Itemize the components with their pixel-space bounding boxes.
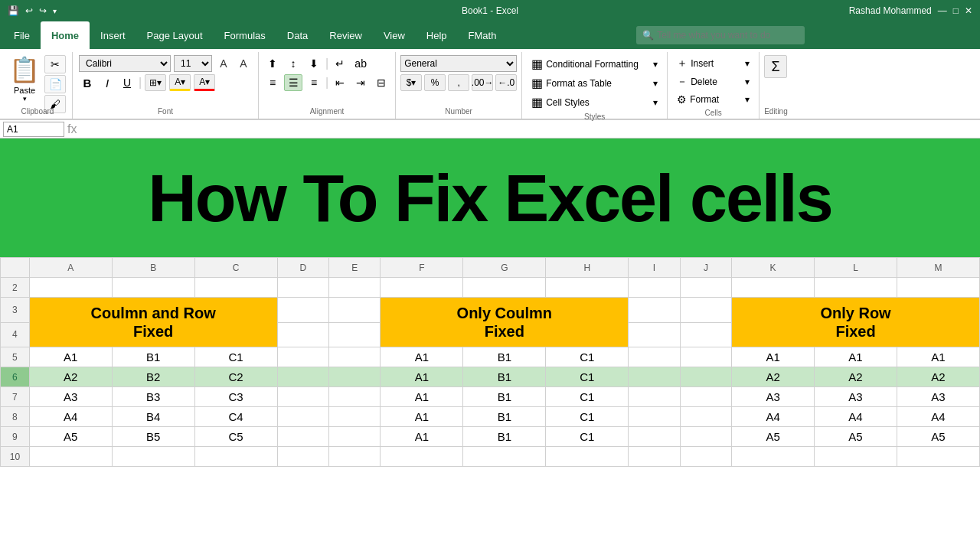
tab-insert[interactable]: Insert	[90, 21, 136, 49]
cell-a6[interactable]: A2	[29, 367, 112, 387]
underline-button[interactable]: U	[119, 74, 136, 91]
cell-m7[interactable]: A3	[897, 387, 979, 407]
tab-data[interactable]: Data	[276, 21, 318, 49]
formula-input[interactable]	[80, 122, 977, 137]
cell-j2[interactable]	[680, 278, 731, 298]
conditional-formatting-button[interactable]: ▦ Conditional Formatting ▾	[527, 55, 662, 73]
format-button[interactable]: ⚙ Format ▾	[672, 92, 754, 107]
cell-k8[interactable]: A4	[732, 407, 815, 427]
cell-h8[interactable]: C1	[546, 407, 629, 427]
col-header-i[interactable]: I	[629, 258, 680, 278]
fill-color-button[interactable]: A▾	[169, 74, 191, 91]
col-header-m[interactable]: M	[897, 258, 979, 278]
cell-j9[interactable]	[680, 427, 731, 447]
cell-i2[interactable]	[629, 278, 680, 298]
cell-l2[interactable]	[815, 278, 897, 298]
cell-j10[interactable]	[680, 447, 731, 467]
cell-e4[interactable]	[328, 322, 380, 347]
cell-e7[interactable]	[328, 387, 380, 407]
cell-i6[interactable]	[629, 367, 680, 387]
percent-button[interactable]: %	[424, 74, 446, 91]
decimal-increase-button[interactable]: .00→	[472, 74, 493, 91]
align-center-button[interactable]: ☰	[284, 74, 302, 91]
cell-j6[interactable]	[680, 367, 731, 387]
col-header-a[interactable]: A	[29, 258, 112, 278]
tab-view[interactable]: View	[373, 21, 416, 49]
tab-review[interactable]: Review	[318, 21, 373, 49]
col-header-g[interactable]: G	[463, 258, 546, 278]
cell-g5[interactable]: B1	[463, 347, 546, 367]
col-header-l[interactable]: L	[815, 258, 897, 278]
cell-styles-button[interactable]: ▦ Cell Styles ▾	[527, 93, 662, 111]
tab-formulas[interactable]: Formulas	[214, 21, 276, 49]
maximize-icon[interactable]: □	[953, 5, 959, 16]
orientation-button[interactable]: ab	[351, 55, 370, 72]
cell-a8[interactable]: A4	[29, 407, 112, 427]
col-header-f[interactable]: F	[381, 258, 463, 278]
delete-button[interactable]: － Delete ▾	[672, 73, 754, 90]
cell-l9[interactable]: A5	[815, 427, 897, 447]
col-header-e[interactable]: E	[328, 258, 380, 278]
cell-i4[interactable]	[629, 322, 680, 347]
cell-k7[interactable]: A3	[732, 387, 815, 407]
currency-button[interactable]: $▾	[400, 74, 422, 91]
cell-f6[interactable]: A1	[381, 367, 463, 387]
close-icon[interactable]: ✕	[965, 5, 972, 16]
cell-a10[interactable]	[29, 447, 112, 467]
increase-indent-button[interactable]: ⇥	[351, 74, 370, 91]
wrap-text-button[interactable]: ↵	[331, 55, 349, 72]
cell-e3[interactable]	[328, 298, 380, 323]
format-as-table-button[interactable]: ▦ Format as Table ▾	[527, 74, 662, 92]
cell-d10[interactable]	[277, 447, 328, 467]
cell-d7[interactable]	[277, 387, 328, 407]
cell-i7[interactable]	[629, 387, 680, 407]
cell-e9[interactable]	[328, 427, 380, 447]
cell-f5[interactable]: A1	[381, 347, 463, 367]
cell-l8[interactable]: A4	[815, 407, 897, 427]
cell-k9[interactable]: A5	[732, 427, 815, 447]
cell-b5[interactable]: B1	[112, 347, 194, 367]
cell-h10[interactable]	[546, 447, 629, 467]
border-button[interactable]: ⊞▾	[145, 74, 166, 91]
cell-h2[interactable]	[546, 278, 629, 298]
cell-i5[interactable]	[629, 347, 680, 367]
cell-f2[interactable]	[381, 278, 463, 298]
cell-c10[interactable]	[194, 447, 277, 467]
cell-d9[interactable]	[277, 427, 328, 447]
col-header-k[interactable]: K	[732, 258, 815, 278]
cell-k2[interactable]	[732, 278, 815, 298]
tab-help[interactable]: Help	[416, 21, 458, 49]
tab-home[interactable]: Home	[41, 21, 90, 49]
cell-c7[interactable]: C3	[194, 387, 277, 407]
cell-a7[interactable]: A3	[29, 387, 112, 407]
cell-g9[interactable]: B1	[463, 427, 546, 447]
cell-i8[interactable]	[629, 407, 680, 427]
col-header-h[interactable]: H	[546, 258, 629, 278]
col-header-c[interactable]: C	[194, 258, 277, 278]
customize-icon[interactable]: ▾	[53, 7, 57, 15]
cell-m8[interactable]: A4	[897, 407, 979, 427]
cell-j8[interactable]	[680, 407, 731, 427]
cell-e6[interactable]	[328, 367, 380, 387]
align-left-button[interactable]: ≡	[263, 74, 282, 91]
cell-e8[interactable]	[328, 407, 380, 427]
cell-a9[interactable]: A5	[29, 427, 112, 447]
cell-b8[interactable]: B4	[112, 407, 194, 427]
cell-h7[interactable]: C1	[546, 387, 629, 407]
cut-button[interactable]: ✂	[44, 55, 66, 73]
cell-i9[interactable]	[629, 427, 680, 447]
cell-d3[interactable]	[277, 298, 328, 323]
minimize-icon[interactable]: —	[938, 5, 947, 16]
cell-m5[interactable]: A1	[897, 347, 979, 367]
cell-j3[interactable]	[680, 298, 731, 323]
align-bottom-button[interactable]: ⬇	[305, 55, 323, 72]
cell-c6[interactable]: C2	[194, 367, 277, 387]
cell-h6[interactable]: C1	[546, 367, 629, 387]
tab-page-layout[interactable]: Page Layout	[136, 21, 214, 49]
cell-d4[interactable]	[277, 322, 328, 347]
cell-c2[interactable]	[194, 278, 277, 298]
cell-d6[interactable]	[277, 367, 328, 387]
cell-h5[interactable]: C1	[546, 347, 629, 367]
col-header-j[interactable]: J	[680, 258, 731, 278]
cell-g6[interactable]: B1	[463, 367, 546, 387]
